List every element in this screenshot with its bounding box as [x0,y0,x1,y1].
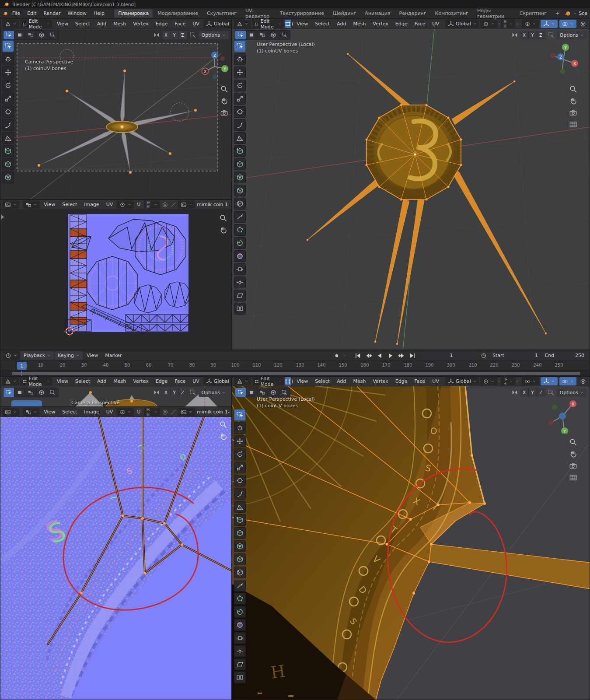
tool-knife[interactable] [234,211,246,223]
next-keyframe-button[interactable] [396,351,406,360]
tool-poly-build[interactable] [234,224,246,236]
menu-add[interactable]: Add [94,378,109,384]
options-dropdown[interactable]: Options [557,31,587,39]
tool-cursor[interactable] [2,53,14,65]
snap-icon[interactable] [189,32,196,38]
pan-hand-icon[interactable] [220,97,228,105]
mirror-y-button[interactable]: Y [529,31,537,39]
select-set-button[interactable] [235,31,246,39]
menu-window[interactable]: Window [65,10,90,17]
tool-annotate[interactable] [234,119,246,131]
tool-add-cube[interactable] [2,145,14,157]
menu-face[interactable]: Face [171,378,189,384]
tool-rip-region[interactable] [234,303,246,315]
overlays-toggle[interactable] [559,377,576,385]
playhead[interactable]: 1 [17,362,27,370]
menu-edge[interactable]: Edge [392,21,411,27]
gizmos-toggle[interactable] [541,20,558,28]
workspace-tab-rendering[interactable]: Рендеринг [395,9,430,18]
mirror-y-button[interactable]: Y [171,31,179,39]
mirror-icon[interactable] [153,32,160,38]
tool-rotate[interactable] [2,80,14,91]
select-mode-edge[interactable] [291,20,293,28]
start-frame-field[interactable]: Start1 [489,351,541,360]
jump-to-start-button[interactable] [353,351,363,360]
uv-image-name[interactable]: mimik coin 1- [197,409,230,415]
mirror-x-button[interactable]: X [162,31,171,39]
uv-image-dropdown[interactable] [178,408,195,416]
orientation-dropdown[interactable]: Global [445,20,479,28]
editor-type-button[interactable] [2,20,19,28]
show-overlays-dropdown[interactable] [522,377,539,385]
pivot-dropdown[interactable] [480,377,497,385]
mode-dropdown[interactable]: Edit Mode [252,20,284,28]
orientation-dropdown[interactable]: Global [203,20,231,28]
editor-type-button[interactable] [2,377,19,385]
navigation-gizmo[interactable]: Z Y X [197,48,230,81]
menu-vertex[interactable]: Vertex [370,378,391,384]
tool-shear[interactable] [234,658,246,670]
tool-transform[interactable] [2,106,14,118]
tool-shear[interactable] [234,290,246,301]
workspace-tab-sculpting[interactable]: Скульптинг [203,9,241,18]
tool-edge-slide[interactable] [234,632,246,644]
workspace-tab-compositing[interactable]: Композитинг [431,9,472,18]
tool-select-box[interactable] [234,40,246,52]
pivot-dropdown[interactable] [480,20,497,28]
select-mode-edge[interactable] [291,377,293,385]
snap-magnet-icon[interactable] [498,21,500,28]
pan-hand-icon[interactable] [219,432,227,441]
overlays-toggle[interactable] [559,20,576,28]
tool-inset-faces[interactable] [234,540,246,552]
timeline[interactable]: Playback Keying View Marker 1 Start1 [0,350,590,376]
menu-add[interactable]: Add [334,21,349,27]
menu-uv[interactable]: UV [429,21,442,27]
workspace-tab-shading[interactable]: Шейдинг [329,9,360,18]
tool-shrink-fatten[interactable] [234,276,246,288]
uv-snap-with-dropdown[interactable]: H-H [144,408,160,416]
tool-measure[interactable] [234,501,246,513]
uv-menu-select[interactable]: Select [59,409,80,415]
tool-rotate[interactable] [234,448,246,460]
proportional-icon[interactable] [516,21,518,28]
use-preview-range-button[interactable] [478,351,489,360]
tool-smooth[interactable] [234,619,246,631]
uv-select-vertex[interactable] [21,200,22,209]
snap-icon[interactable] [548,389,555,396]
uv-proportional-icon[interactable] [162,201,168,208]
options-dropdown[interactable]: Options [199,31,229,39]
menu-select[interactable]: Select [72,378,93,384]
tool-loop-cut[interactable] [234,567,246,578]
editor-type-button[interactable] [2,200,19,209]
zoom-icon[interactable] [220,85,228,93]
uv-select-vertex[interactable] [21,408,22,416]
timeline-menu-view[interactable]: View [84,353,101,358]
tool-scale[interactable] [2,93,14,105]
tool-annotate[interactable] [234,488,246,500]
menu-face[interactable]: Face [171,21,189,27]
tool-shrink-fatten[interactable] [234,645,246,657]
menu-edit[interactable]: Edit [24,10,39,17]
falloff-icon[interactable] [519,378,521,385]
region-expand-arrow[interactable] [1,421,4,426]
timeline-ruler[interactable]: 10 20 30 40 50 60 70 80 90 100 110 120 1… [0,361,590,371]
timeline-scrollbar[interactable] [12,372,580,375]
uv-falloff-icon[interactable] [170,201,177,208]
workspace-tab-geonodes[interactable]: Ноды геометрии [473,7,515,21]
menu-mesh[interactable]: Mesh [110,21,129,27]
menu-face[interactable]: Face [411,21,428,27]
select-invert-button[interactable] [36,31,47,39]
region-expand-arrow[interactable] [1,215,4,219]
uv-snap-with-dropdown[interactable]: H-H [144,200,160,209]
mirror-z-button[interactable]: Z [537,388,545,397]
menu-view[interactable]: View [54,21,71,27]
mirror-icon[interactable] [511,32,518,38]
select-invert-button[interactable] [36,388,47,397]
tool-poly-build[interactable] [234,593,246,605]
select-subtract-button[interactable] [25,388,36,397]
menu-uv[interactable]: UV [189,21,202,27]
tool-inset-faces[interactable] [234,172,246,183]
prev-keyframe-button[interactable] [363,351,374,360]
tool-measure[interactable] [2,132,14,144]
mirror-y-button[interactable]: Y [171,388,179,397]
